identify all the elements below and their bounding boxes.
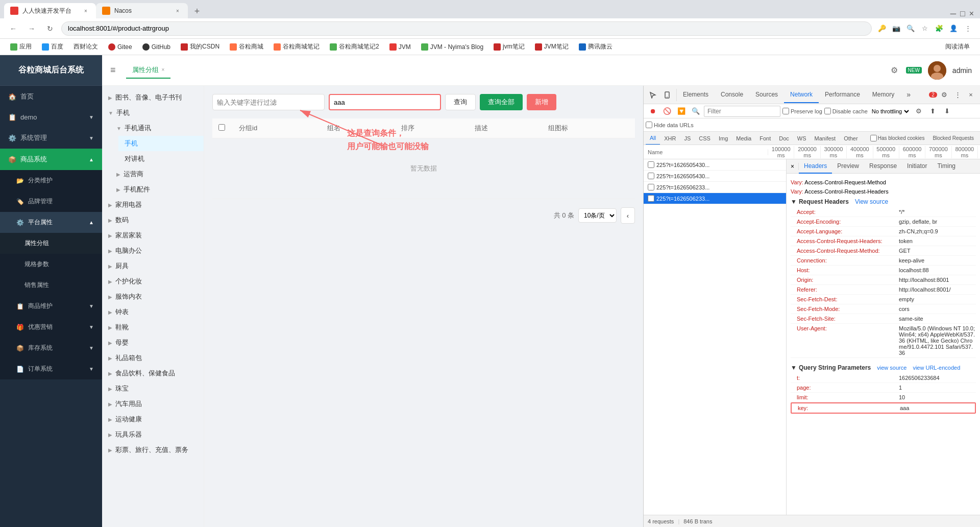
sidebar-item-sales-attr[interactable]: 销售属性 [0, 275, 102, 296]
preserve-log-cb[interactable]: Preserve log [782, 108, 822, 114]
tab-close-1[interactable]: × [82, 7, 90, 15]
throttling-settings-btn[interactable]: ⚙ [913, 105, 925, 117]
tree-item-accessories[interactable]: ▶ 手机配件 [110, 182, 204, 197]
view-source-link[interactable]: View source [855, 198, 888, 205]
devtools-tab-sources[interactable]: Sources [749, 87, 784, 103]
network-row-2[interactable]: 225?t=1626505430... [644, 171, 786, 182]
detail-tab-timing[interactable]: Timing [932, 159, 961, 174]
user-avatar[interactable] [928, 61, 946, 80]
add-btn[interactable]: 新增 [527, 94, 556, 110]
devtools-cursor-btn[interactable] [647, 89, 659, 101]
hide-data-urls-cb[interactable]: Hide data URLs [646, 122, 694, 128]
tree-item-mobile[interactable]: 手机 [118, 136, 204, 151]
blocked-cookies-checkbox[interactable] [870, 135, 877, 141]
record-btn[interactable]: ⏺ [647, 105, 659, 117]
tree-item-jewelry[interactable]: ▶ 珠宝 [102, 381, 204, 396]
close-btn[interactable]: × [969, 9, 974, 18]
bookmark-jvm-notes[interactable]: jvm笔记 [489, 41, 529, 52]
tree-item-sports[interactable]: ▶ 运动健康 [102, 412, 204, 427]
bookmark-xicai[interactable]: 西财论文 [69, 41, 102, 52]
page-size-select[interactable]: 10条/页 [578, 208, 617, 223]
devtools-more-btn[interactable]: ⋮ [951, 89, 964, 101]
view-source2-link[interactable]: view source [877, 365, 906, 371]
bookmark-github[interactable]: GitHub [138, 42, 175, 52]
devtools-close-btn[interactable]: × [965, 89, 977, 101]
tree-item-kitchen[interactable]: ▶ 厨具 [102, 258, 204, 274]
sidebar-item-system[interactable]: ⚙️ 系统管理 ▼ [0, 127, 102, 149]
sidebar-item-promotions[interactable]: 🎁 优惠营销 ▼ [0, 317, 102, 338]
network-row-4[interactable]: 225?t=1626506233... [644, 193, 786, 204]
clear-btn[interactable]: 🚫 [661, 105, 673, 117]
maximize-btn[interactable]: □ [960, 9, 965, 18]
profile-icon[interactable]: 👤 [947, 22, 960, 35]
screenshot-icon[interactable]: 📷 [890, 22, 902, 35]
bookmark-jvm-blog[interactable]: JVM - Nyima's Blog [417, 42, 487, 52]
request-headers-toggle[interactable]: ▼ Request Headers View source [791, 196, 976, 207]
tree-item-beauty[interactable]: ▶ 个护化妆 [102, 274, 204, 289]
type-ws[interactable]: WS [793, 132, 811, 145]
detail-tab-preview[interactable]: Preview [832, 159, 864, 174]
type-media[interactable]: Media [732, 132, 755, 145]
type-img[interactable]: Img [715, 132, 732, 145]
bookmark-jvm-notes2[interactable]: JVM笔记 [531, 41, 573, 52]
network-row-2-checkbox[interactable] [648, 173, 654, 179]
sidebar-item-demo[interactable]: 📋 demo ▼ [0, 107, 102, 127]
devtools-tab-elements[interactable]: Elements [677, 87, 715, 103]
sidebar-item-platform-attr[interactable]: ⚙️ 平台属性 ▲ [0, 212, 102, 233]
settings-gear-icon[interactable]: ⚙ [891, 65, 898, 75]
sidebar-item-brand[interactable]: 🏷️ 品牌管理 [0, 191, 102, 212]
tree-item-walkie[interactable]: 对讲机 [118, 151, 204, 166]
devtools-tab-performance[interactable]: Performance [819, 87, 866, 103]
disable-cache-checkbox[interactable] [824, 108, 831, 114]
new-tab-button[interactable]: + [190, 4, 204, 18]
export-btn[interactable]: ⬇ [941, 105, 953, 117]
devtools-mobile-btn[interactable] [661, 89, 673, 101]
import-btn[interactable]: ⬆ [927, 105, 939, 117]
address-bar[interactable] [61, 21, 872, 36]
forward-btn[interactable]: → [24, 21, 39, 36]
tree-item-phone[interactable]: ▼ 手机 [102, 105, 204, 121]
key-icon[interactable]: 🔑 [876, 22, 888, 35]
bookmark-guli[interactable]: 谷粒商城 [226, 41, 267, 52]
tree-item-comm[interactable]: ▼ 手机通讯 [110, 121, 204, 136]
tree-item-books[interactable]: ▶ 图书、音像、电子书刊 [102, 90, 204, 105]
network-row-4-checkbox[interactable] [648, 195, 654, 202]
search-value-input[interactable] [329, 94, 441, 110]
bookmark-gitee[interactable]: Gitee [104, 42, 136, 52]
bookmark-guli-notes2[interactable]: 谷粒商城笔记2 [326, 41, 383, 52]
sidebar-item-orders[interactable]: 📄 订单系统 ▼ [0, 358, 102, 379]
bookmark-jvm[interactable]: JVM [385, 42, 415, 52]
throttling-cb[interactable]: No throttling [870, 108, 911, 115]
devtools-settings-btn[interactable]: ⚙ [938, 89, 950, 101]
sidebar-item-home[interactable]: 🏠 首页 [0, 86, 102, 107]
tab-close-2[interactable]: × [174, 7, 182, 15]
devtools-tab-more[interactable]: » [900, 87, 917, 103]
tree-item-auto[interactable]: ▶ 汽车用品 [102, 396, 204, 412]
sidebar-item-inventory[interactable]: 📦 库存系统 ▼ [0, 338, 102, 358]
type-all[interactable]: All [646, 132, 660, 145]
type-xhr[interactable]: XHR [660, 132, 680, 145]
network-row-1[interactable]: 225?t=1626505430... [644, 159, 786, 171]
filter-input[interactable] [704, 106, 780, 117]
network-row-3[interactable]: 225?t=1626506233... [644, 182, 786, 193]
preserve-log-checkbox[interactable] [782, 108, 789, 114]
tree-item-watch[interactable]: ▶ 钟表 [102, 304, 204, 320]
browser-tab-1[interactable]: 人人快速开发平台 × [4, 3, 96, 18]
tree-item-clothing[interactable]: ▶ 服饰内衣 [102, 289, 204, 304]
network-row-3-checkbox[interactable] [648, 184, 654, 190]
query-all-btn[interactable]: 查询全部 [480, 94, 523, 110]
hamburger-btn[interactable]: ≡ [110, 65, 116, 76]
bookmark-apps[interactable]: 应用 [6, 41, 36, 52]
tree-item-baby[interactable]: ▶ 母婴 [102, 335, 204, 350]
bookmark-readinglist[interactable]: 阅读清单 [941, 41, 974, 52]
tree-item-computer[interactable]: ▶ 电脑办公 [102, 243, 204, 258]
sidebar-item-category[interactable]: 📂 分类维护 [0, 170, 102, 191]
tree-item-gifts[interactable]: ▶ 礼品箱包 [102, 350, 204, 366]
type-other[interactable]: Other [840, 132, 862, 145]
select-all-checkbox[interactable] [218, 124, 225, 131]
tree-item-toys[interactable]: ▶ 玩具乐器 [102, 427, 204, 442]
type-css[interactable]: CSS [695, 132, 715, 145]
view-url-encoded-link[interactable]: view URL-encoded [913, 365, 960, 371]
throttling-select[interactable]: No throttling [870, 108, 911, 115]
sidebar-item-goods-maint[interactable]: 📋 商品维护 ▼ [0, 296, 102, 317]
